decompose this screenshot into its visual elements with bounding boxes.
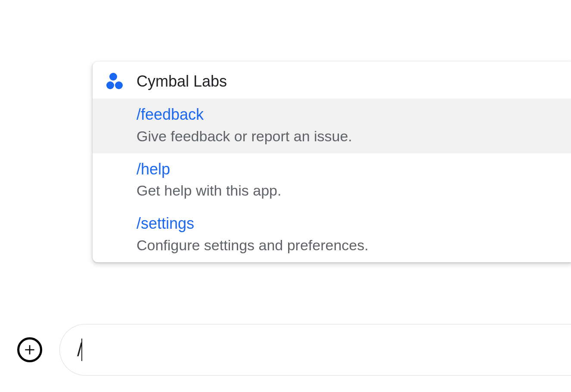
command-name: /settings — [137, 214, 558, 234]
compose-input[interactable]: / — [77, 339, 82, 361]
popup-header: Cymbal Labs — [93, 62, 571, 99]
command-item-feedback[interactable]: /feedback Give feedback or report an iss… — [93, 99, 571, 153]
add-button[interactable] — [17, 337, 42, 362]
command-description: Configure settings and preferences. — [137, 236, 558, 255]
command-item-settings[interactable]: /settings Configure settings and prefere… — [93, 208, 571, 262]
app-title: Cymbal Labs — [137, 72, 227, 90]
slash-command-popup: Cymbal Labs /feedback Give feedback or r… — [93, 62, 571, 262]
command-name: /feedback — [137, 105, 558, 125]
plus-icon — [23, 343, 37, 357]
command-name: /help — [137, 159, 558, 180]
cymbal-labs-icon — [106, 72, 124, 91]
text-cursor — [81, 339, 82, 361]
compose-row: / — [17, 324, 571, 376]
command-item-help[interactable]: /help Get help with this app. — [93, 153, 571, 208]
command-description: Give feedback or report an issue. — [137, 127, 558, 146]
compose-input-container[interactable]: / — [59, 324, 571, 376]
command-list: /feedback Give feedback or report an iss… — [93, 99, 571, 262]
command-description: Get help with this app. — [137, 181, 558, 201]
